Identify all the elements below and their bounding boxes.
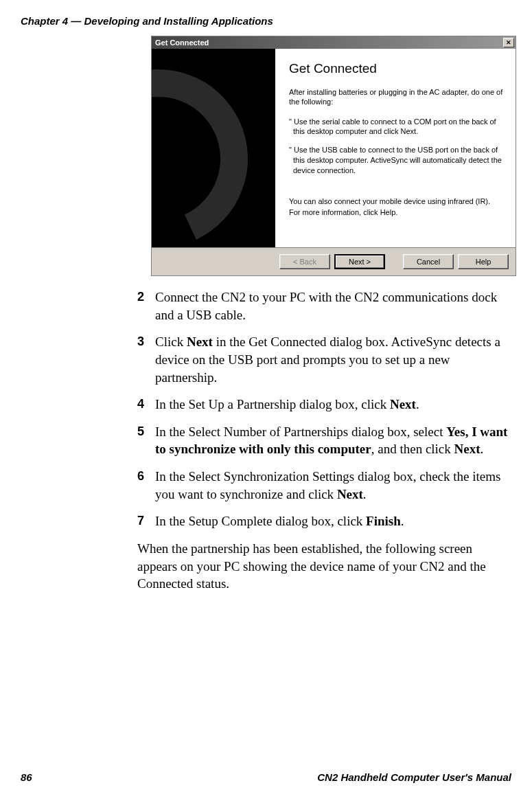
- close-icon[interactable]: ✕: [503, 38, 514, 47]
- step-3: 3 Click Next in the Get Connected dialog…: [137, 333, 511, 386]
- step-5: 5 In the Select Number of Partnerships d…: [137, 423, 511, 458]
- dialog-bullet-1: " Use the serial cable to connect to a C…: [289, 117, 505, 137]
- step-text: In the Select Number of Partnerships dia…: [155, 423, 511, 458]
- dialog-heading: Get Connected: [289, 61, 505, 76]
- step-number: 3: [137, 333, 155, 386]
- step-number: 4: [137, 396, 155, 413]
- chapter-header: Chapter 4 — Developing and Installing Ap…: [21, 15, 273, 27]
- manual-title: CN2 Handheld Computer User's Manual: [317, 771, 511, 783]
- step-text: In the Set Up a Partnership dialog box, …: [155, 396, 511, 413]
- step-text: In the Select Synchronization Settings d…: [155, 468, 511, 503]
- step-4: 4 In the Set Up a Partnership dialog box…: [137, 396, 511, 413]
- dialog-content: Get Connected After installing batteries…: [275, 49, 516, 247]
- step-7: 7 In the Setup Complete dialog box, clic…: [137, 512, 511, 530]
- dialog-body: Get Connected After installing batteries…: [152, 49, 516, 248]
- page-footer: 86 CN2 Handheld Computer User's Manual: [21, 771, 511, 783]
- wizard-sidebar-image: [152, 49, 275, 247]
- step-6: 6 In the Select Synchronization Settings…: [137, 468, 511, 503]
- step-number: 7: [137, 512, 155, 530]
- step-text: In the Setup Complete dialog box, click …: [155, 512, 511, 530]
- get-connected-dialog: Get Connected ✕ Get Connected After inst…: [151, 36, 516, 276]
- dialog-note-2: For more information, click Help.: [289, 207, 505, 217]
- help-button[interactable]: Help: [458, 254, 509, 269]
- step-number: 2: [137, 288, 155, 324]
- dialog-titlebar: Get Connected ✕: [152, 36, 516, 49]
- dialog-intro: After installing batteries or plugging i…: [289, 87, 505, 107]
- back-button[interactable]: < Back: [279, 254, 330, 269]
- dialog-note-1: You can also connect your mobile device …: [289, 196, 505, 206]
- instruction-list: 2 Connect the CN2 to your PC with the CN…: [137, 288, 511, 593]
- dialog-bullet-2: " Use the USB cable to connect to the US…: [289, 145, 505, 176]
- next-button[interactable]: Next >: [334, 254, 385, 269]
- dialog-title: Get Connected: [153, 38, 209, 47]
- page-number: 86: [21, 771, 32, 783]
- step-number: 6: [137, 468, 155, 503]
- cancel-button[interactable]: Cancel: [403, 254, 454, 269]
- closing-paragraph: When the partnership has been establishe…: [137, 540, 511, 593]
- dialog-button-row: < Back Next > Cancel Help: [152, 248, 516, 275]
- step-text: Connect the CN2 to your PC with the CN2 …: [155, 288, 511, 324]
- step-text: Click Next in the Get Connected dialog b…: [155, 333, 511, 386]
- step-2: 2 Connect the CN2 to your PC with the CN…: [137, 288, 511, 324]
- step-number: 5: [137, 423, 155, 458]
